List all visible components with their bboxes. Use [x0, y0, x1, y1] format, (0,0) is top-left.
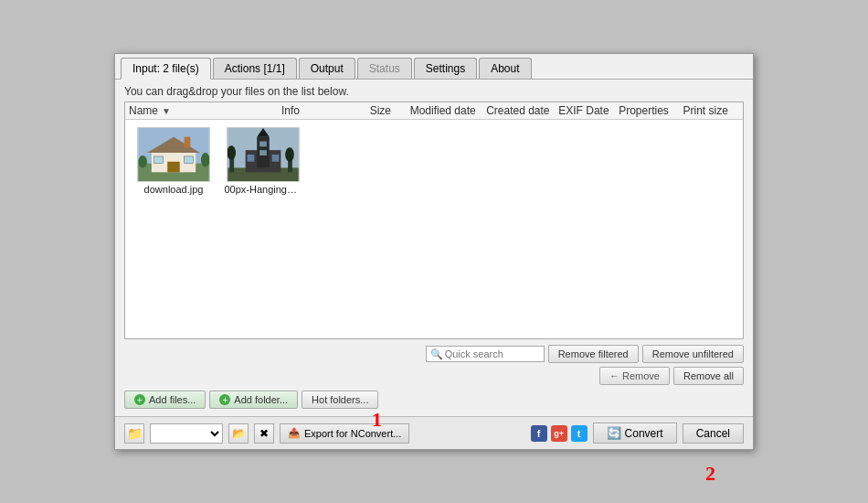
svg-point-8 — [138, 155, 147, 168]
file-name-1: download.jpg — [144, 184, 204, 195]
svg-rect-7 — [185, 137, 191, 148]
add-folder-label: Add folder... — [234, 394, 288, 405]
new-folder-icon: 📂 — [232, 427, 246, 440]
svg-rect-15 — [259, 142, 267, 147]
add-folder-button[interactable]: + Add folder... — [209, 391, 298, 409]
col-name-header: Name ▼ — [129, 104, 281, 117]
col-printsize-header: Print size — [683, 104, 739, 117]
tab-output[interactable]: Output — [299, 58, 355, 79]
remove-button[interactable]: ← Remove — [599, 367, 670, 385]
search-icon: 🔍 — [430, 348, 443, 360]
file-list-header: Name ▼ Info Size Modified date Created d… — [125, 102, 743, 120]
open-folder-icon-btn[interactable]: 📁 — [124, 423, 144, 444]
sort-arrow-icon: ▼ — [162, 106, 171, 116]
tab-bar: Input: 2 file(s) Actions [1/1] Output St… — [115, 54, 753, 80]
search-bar: 🔍 Remove filtered Remove unfiltered — [124, 345, 744, 363]
col-size-header: Size — [370, 104, 410, 117]
add-files-button[interactable]: + Add files... — [124, 391, 206, 409]
file-list-container[interactable]: Name ▼ Info Size Modified date Created d… — [124, 102, 744, 339]
bottom-bar: 📁 📂 ✖ 📤 Export for NConvert... f g+ t — [115, 416, 753, 449]
export-label: Export for NConvert... — [304, 428, 401, 439]
remove-buttons-row: ← Remove Remove all — [124, 367, 744, 385]
facebook-icon[interactable]: f — [531, 425, 547, 442]
main-window: Input: 2 file(s) Actions [1/1] Output St… — [114, 53, 754, 450]
file-thumb-1 — [137, 127, 210, 182]
col-info-header: Info — [281, 104, 370, 117]
svg-rect-17 — [248, 155, 255, 162]
svg-rect-16 — [259, 150, 267, 155]
export-button[interactable]: 📤 Export for NConvert... — [280, 423, 409, 444]
svg-rect-5 — [154, 156, 164, 164]
remove-filtered-button[interactable]: Remove filtered — [548, 345, 639, 363]
convert-icon: 🔄 — [607, 426, 621, 440]
search-input[interactable] — [426, 346, 545, 362]
file-list-body: download.jpg — [125, 120, 743, 202]
annotation-2-label: 2 — [705, 462, 715, 486]
tab-actions[interactable]: Actions [1/1] — [213, 58, 297, 79]
cancel-button[interactable]: Cancel — [683, 423, 744, 444]
col-modified-header: Modified date — [410, 104, 487, 117]
convert-button[interactable]: 🔄 Convert — [593, 423, 677, 444]
col-exif-header: EXIF Date — [558, 104, 619, 117]
svg-rect-18 — [272, 155, 280, 162]
svg-rect-6 — [185, 156, 194, 164]
add-icon: + — [134, 394, 145, 405]
col-created-header: Created date — [486, 104, 558, 117]
twitter-icon[interactable]: t — [571, 425, 587, 442]
svg-point-22 — [285, 147, 294, 161]
action-buttons: + Add files... + Add folder... Hot folde… — [124, 391, 744, 409]
list-item[interactable]: 00px-Hanging_house.. — [222, 127, 304, 195]
export-icon: 📤 — [288, 427, 301, 439]
svg-rect-4 — [167, 162, 180, 173]
tab-status: Status — [357, 58, 412, 79]
file-name-2: 00px-Hanging_house.. — [225, 184, 302, 195]
delete-btn[interactable]: ✖ — [254, 423, 274, 444]
hot-folders-button[interactable]: Hot folders... — [302, 391, 378, 409]
col-properties-header: Properties — [619, 104, 683, 117]
tab-input[interactable]: Input: 2 file(s) — [121, 58, 211, 80]
googleplus-icon[interactable]: g+ — [551, 425, 567, 442]
search-input-wrapper: 🔍 — [426, 345, 545, 363]
content-area: You can drag&drop your files on the list… — [115, 80, 753, 416]
tab-settings[interactable]: Settings — [414, 58, 477, 79]
folder-add-icon: + — [219, 394, 230, 405]
path-dropdown[interactable] — [150, 423, 223, 444]
new-folder-btn[interactable]: 📂 — [228, 423, 249, 444]
folder-icon: 📁 — [127, 426, 143, 441]
tab-about[interactable]: About — [479, 58, 531, 79]
convert-label: Convert — [625, 427, 663, 440]
drag-hint: You can drag&drop your files on the list… — [124, 85, 744, 98]
delete-icon: ✖ — [259, 427, 269, 440]
remove-unfiltered-button[interactable]: Remove unfiltered — [642, 345, 744, 363]
remove-all-button[interactable]: Remove all — [673, 367, 744, 385]
add-files-label: Add files... — [149, 394, 196, 405]
file-thumb-2 — [227, 127, 300, 182]
list-item[interactable]: download.jpg — [132, 127, 215, 195]
social-icons: f g+ t — [531, 425, 587, 442]
